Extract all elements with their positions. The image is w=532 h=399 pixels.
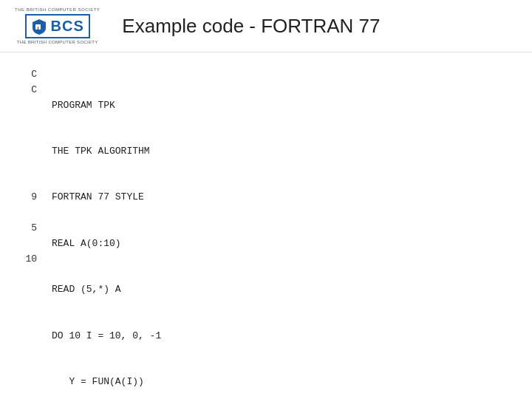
code-line-7: Y = FUN(A(I)) xyxy=(52,375,225,390)
line-label-5: 5 xyxy=(31,221,37,236)
code-line-2: THE TPK ALGORITHM xyxy=(52,144,225,160)
bcs-crest-icon xyxy=(31,18,47,35)
code-line-3: FORTRAN 77 STYLE xyxy=(52,190,225,205)
page-title: Example code - FORTRAN 77 xyxy=(122,15,380,38)
line-numbers-column: C C 9 5 10 xyxy=(22,67,52,399)
page-header: THE BRITISH COMPUTER SOCIETY BCS THE BRI… xyxy=(0,0,532,52)
logo-area: THE BRITISH COMPUTER SOCIETY BCS THE BRI… xyxy=(15,7,100,44)
logo-sub-text: THE BRITISH COMPUTER SOCIETY xyxy=(17,40,98,44)
line-label-10: 10 xyxy=(25,252,37,267)
line-label-9: 9 xyxy=(31,190,37,205)
logo-box: BCS xyxy=(25,14,90,38)
bcs-logo-text: BCS xyxy=(51,18,84,35)
svg-rect-2 xyxy=(38,24,41,30)
code-line-1: PROGRAM TPK xyxy=(52,98,225,114)
code-line-6: DO 10 I = 10, 0, -1 xyxy=(52,329,225,344)
code-area: C C 9 5 10 PROGRAM TPK THE TPK ALGORITHM… xyxy=(22,67,225,399)
line-label-c2: C xyxy=(31,83,37,98)
code-line-4: REAL A(0:10) xyxy=(52,236,225,252)
code-line-5: READ (5,*) A xyxy=(52,282,225,298)
code-column: PROGRAM TPK THE TPK ALGORITHM FORTRAN 77… xyxy=(52,67,225,399)
main-content: C C 9 5 10 PROGRAM TPK THE TPK ALGORITHM… xyxy=(0,52,532,399)
main-code-block: PROGRAM TPK THE TPK ALGORITHM FORTRAN 77… xyxy=(52,67,225,399)
line-label-c1: C xyxy=(31,67,37,83)
logo-top-text: THE BRITISH COMPUTER SOCIETY xyxy=(15,7,100,12)
